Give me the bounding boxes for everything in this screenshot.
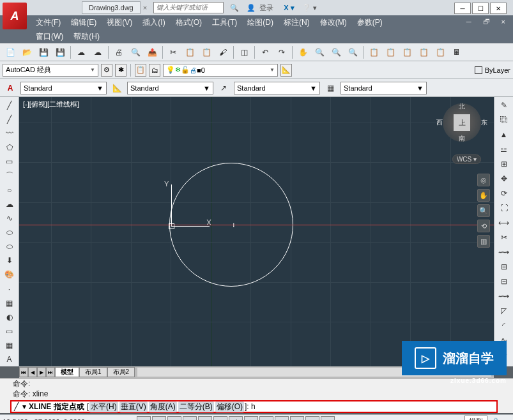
arc-icon[interactable]: ⌒	[1, 169, 18, 183]
menu-modify[interactable]: 修改(M)	[315, 17, 352, 28]
zoom-icon[interactable]: 🔍	[312, 45, 327, 59]
lwt-icon[interactable]: ≡	[275, 416, 289, 421]
nav-zoom-icon[interactable]: 🔍	[477, 204, 490, 217]
ortho-icon[interactable]: ∟	[167, 416, 181, 421]
dimstyle-combo[interactable]: Standard▼	[127, 82, 213, 94]
spline-icon[interactable]: ∿	[1, 211, 18, 225]
doc-close-icon[interactable]: ×	[496, 18, 510, 26]
layer-match-icon[interactable]: 📐	[280, 64, 292, 77]
zoom-window-icon[interactable]: 🔍	[328, 45, 344, 59]
cloud-open-icon[interactable]: ☁	[90, 45, 105, 59]
qp-icon[interactable]: ◫	[305, 416, 319, 421]
join-icon[interactable]: ⟿	[496, 289, 512, 303]
doc-restore-icon[interactable]: 🗗	[478, 18, 495, 26]
app-logo[interactable]: A	[3, 3, 27, 29]
tab-prev-icon[interactable]: ◀	[28, 367, 37, 377]
properties-icon[interactable]: 📋	[366, 45, 381, 59]
menu-tools[interactable]: 工具(T)	[207, 17, 242, 28]
polygon-icon[interactable]: ⬠	[1, 140, 18, 154]
open-icon[interactable]: 📂	[19, 45, 34, 59]
mleaderstyle-icon[interactable]: ↗	[216, 81, 231, 95]
erase-icon[interactable]: ✎	[496, 98, 512, 112]
move-icon[interactable]: ✥	[496, 172, 512, 186]
bylayer-color[interactable]: ByLayer	[485, 66, 510, 74]
menu-window[interactable]: 窗口(W)	[31, 31, 68, 42]
mtext-icon[interactable]: A	[1, 353, 18, 366]
new-icon[interactable]: 📄	[3, 45, 18, 59]
tab-next-icon[interactable]: ▶	[37, 367, 46, 377]
gradient-icon[interactable]: ◐	[1, 310, 18, 324]
trim-icon[interactable]: ✂	[496, 230, 512, 244]
undo-icon[interactable]: ↶	[257, 45, 273, 59]
matchprop-icon[interactable]: 🖌	[215, 45, 231, 59]
rotate-icon[interactable]: ⟳	[496, 186, 512, 200]
revcloud-icon[interactable]: ☁	[1, 197, 18, 211]
minimize-button[interactable]: ─	[454, 3, 471, 14]
tablestyle-icon[interactable]: ▦	[323, 81, 338, 95]
menu-format[interactable]: 格式(O)	[171, 17, 207, 28]
3dosnap-icon[interactable]: ◧	[213, 416, 227, 421]
sheetset-icon[interactable]: 📋	[416, 45, 431, 59]
xline-icon[interactable]: ╱	[1, 112, 18, 126]
tab-close-icon[interactable]: ×	[141, 4, 149, 11]
menu-params[interactable]: 参数(P)	[352, 17, 388, 28]
drawing-canvas[interactable]: [-][俯视][二维线框] Y X + 北 南 西 东 上 WCS ▾ ◎ ✋ …	[19, 97, 494, 366]
layer-status-icon[interactable]: 📋	[135, 64, 146, 77]
line-icon[interactable]: ╱	[1, 98, 18, 112]
cmd-opt-o[interactable]: 偏移(O)	[215, 401, 244, 412]
redo-icon[interactable]: ↷	[274, 45, 289, 59]
circle-icon[interactable]: ○	[1, 183, 18, 197]
layer-combo[interactable]: 💡❄🔓🖨 ■ 0▼	[163, 64, 278, 77]
help-icon[interactable]: ❔ ▾	[300, 4, 319, 12]
offset-icon[interactable]: ⚍	[496, 142, 512, 156]
cmd-opt-v[interactable]: 垂直(V)	[119, 401, 148, 412]
model-space-btn[interactable]: 模型	[464, 416, 487, 420]
ellipsearc-icon[interactable]: ⬭	[1, 240, 18, 253]
zoom-prev-icon[interactable]: 🔍	[345, 45, 360, 59]
nav-pan-icon[interactable]: ✋	[477, 189, 490, 202]
plot-icon[interactable]: 🖨	[111, 45, 126, 59]
status-icon2[interactable]: ▭	[504, 417, 510, 420]
nav-showmotion-icon[interactable]: ▥	[477, 235, 490, 248]
extend-icon[interactable]: ⟿	[496, 245, 512, 259]
doc-tab[interactable]: Drawing3.dwg	[82, 1, 141, 14]
exchange-icon[interactable]: X ▾	[281, 4, 296, 12]
cmd-opt-a[interactable]: 角度(A)	[149, 401, 177, 412]
otrack-icon[interactable]: ∠	[229, 416, 243, 421]
copy2-icon[interactable]: ⿻	[496, 113, 512, 127]
designcenter-icon[interactable]: 📋	[383, 45, 398, 59]
search-input[interactable]: 键入关键字或短语	[153, 2, 224, 13]
quickcalc-icon[interactable]: 🖩	[449, 45, 464, 59]
cloud-icon[interactable]: ☁	[73, 45, 89, 59]
status-icon1[interactable]: 🔒	[491, 417, 500, 420]
pan-icon[interactable]: ✋	[295, 45, 310, 59]
point-icon[interactable]: ·	[1, 282, 18, 296]
cmd-opt-h[interactable]: 水平(H)	[89, 401, 118, 412]
login-link[interactable]: 👤 登录	[244, 3, 279, 13]
paste-icon[interactable]: 📋	[199, 45, 214, 59]
cmd-prompt[interactable]: ╱ ▾ XLINE 指定点或 [水平(H) 垂直(V) 角度(A) 二等分(B)…	[10, 400, 498, 413]
workspace-combo[interactable]: AutoCAD 经典▼	[3, 64, 98, 77]
menu-draw[interactable]: 绘图(D)	[242, 17, 279, 28]
menu-insert[interactable]: 插入(I)	[137, 17, 170, 28]
break-icon[interactable]: ⊟	[496, 260, 512, 274]
menu-view[interactable]: 视图(V)	[102, 17, 137, 28]
saveas-icon[interactable]: 💾	[52, 45, 68, 59]
tab-last-icon[interactable]: ⏭	[46, 367, 55, 377]
workspace-gear-icon[interactable]: ⚙	[101, 64, 112, 77]
array-icon[interactable]: ⊞	[496, 157, 512, 171]
dimstyle-icon[interactable]: 📐	[109, 81, 125, 95]
fillet-icon[interactable]: ◜	[496, 319, 512, 333]
insert-icon[interactable]: ⬇	[1, 254, 18, 267]
polyline-icon[interactable]: 〰	[1, 126, 18, 140]
ellipse-icon[interactable]: ⬭	[1, 225, 18, 239]
nav-wheel-icon[interactable]: ◎	[477, 174, 490, 186]
markup-icon[interactable]: 📋	[433, 45, 448, 59]
ducs-icon[interactable]: ✦	[244, 416, 258, 421]
snap-icon[interactable]: ⊞	[137, 416, 151, 421]
menu-edit[interactable]: 编辑(E)	[66, 17, 102, 28]
doc-min-icon[interactable]: ─	[461, 18, 477, 26]
polar-icon[interactable]: ⊕	[183, 416, 197, 421]
chamfer-icon[interactable]: ◸	[496, 304, 512, 318]
tablestyle-combo[interactable]: Standard▼	[341, 82, 427, 94]
